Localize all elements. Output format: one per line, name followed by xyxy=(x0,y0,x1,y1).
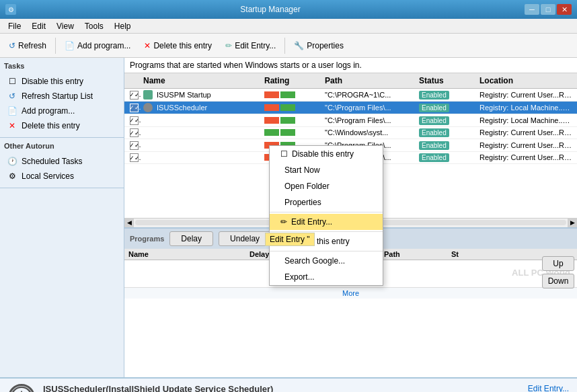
more-label[interactable]: More xyxy=(342,289,359,297)
other-autorun-section: Other Autorun 🕐 Scheduled Tasks ⚙ Local … xyxy=(0,138,124,188)
row6-check[interactable]: ✓ xyxy=(127,153,141,163)
row3-name xyxy=(141,120,262,121)
row2-name: ISUSScheduler xyxy=(141,102,262,113)
delete-icon: ✕ xyxy=(144,41,151,50)
row1-rating xyxy=(262,91,322,99)
ctx-disable[interactable]: ☐ Disable this entry xyxy=(270,146,383,162)
row3-rating xyxy=(262,116,322,124)
ctx-edit-entry[interactable]: ✏ Edit Entry... xyxy=(270,214,383,230)
down-button[interactable]: Down xyxy=(542,274,574,288)
side-buttons: Up Down xyxy=(542,256,574,288)
row5-check[interactable]: ✓ xyxy=(127,140,141,151)
row4-rating xyxy=(262,128,322,136)
row1-check[interactable]: ✓ xyxy=(127,89,141,100)
ctx-sep-1 xyxy=(270,212,383,212)
maximize-button[interactable]: □ xyxy=(541,4,555,15)
main-layout: Tasks ☐ Disable this entry ↺ Refresh Sta… xyxy=(0,58,577,377)
toolbar-separator-2 xyxy=(284,38,285,54)
minimize-button[interactable]: ─ xyxy=(525,4,539,15)
row4-check[interactable]: ✓ xyxy=(127,128,141,139)
close-button[interactable]: ✕ xyxy=(557,4,572,15)
edit-entry-button[interactable]: ✏ Edit Entry... xyxy=(219,38,282,54)
table-row[interactable]: ✓ ISUSScheduler "C:\Program Files\... En… xyxy=(124,102,577,114)
add-label: Add program... xyxy=(77,41,130,50)
menu-help[interactable]: Help xyxy=(109,20,137,32)
scroll-left-btn[interactable]: ◀ xyxy=(124,218,134,227)
menu-tools[interactable]: Tools xyxy=(79,20,109,32)
row6-name xyxy=(141,157,262,158)
edit-label: Edit Entry... xyxy=(235,41,276,50)
row6-status: Enabled xyxy=(416,153,477,162)
row3-status: Enabled xyxy=(416,116,477,125)
row2-check[interactable]: ✓ xyxy=(127,102,141,113)
table-row[interactable]: ✓ ISUSPM Startup "C:\PROGRA~1\C... Enabl… xyxy=(124,89,577,102)
more-row[interactable]: More xyxy=(124,287,577,299)
disable-label: Disable this entry xyxy=(22,77,83,86)
undelay-button[interactable]: Undelay xyxy=(219,231,271,246)
delay-button[interactable]: Delay xyxy=(169,231,213,246)
edit-entry-link[interactable]: Edit Entry... xyxy=(528,384,569,392)
col-name: Name xyxy=(141,75,262,87)
scheduled-tasks-btn[interactable]: 🕐 Scheduled Tasks xyxy=(4,154,120,169)
ctx-properties[interactable]: Properties xyxy=(270,194,383,210)
delete-left-btn[interactable]: ✕ Delete this entry xyxy=(4,118,120,133)
refresh-label: Refresh xyxy=(18,41,46,50)
edit-icon: ✏ xyxy=(225,41,232,50)
other-title: Other Autorun xyxy=(4,142,120,150)
table-row[interactable]: ✓ "C:\Program Files\... Enabled Registry… xyxy=(124,114,577,127)
refresh-startup-btn[interactable]: ↺ Refresh Startup List xyxy=(4,89,120,104)
window-controls: ─ □ ✕ xyxy=(525,4,572,15)
info-content: ISUSScheduler(InstallShield Update Servi… xyxy=(43,384,520,392)
add-program-left-btn[interactable]: 📄 Add program... xyxy=(4,104,120,118)
local-services-label: Local Services xyxy=(22,171,74,181)
delete-left-icon: ✕ xyxy=(7,120,17,131)
col-check xyxy=(127,75,141,87)
properties-button[interactable]: 🔧 Properties xyxy=(288,38,350,54)
up-button[interactable]: Up xyxy=(542,256,574,271)
add-left-icon: 📄 xyxy=(7,106,17,116)
properties-icon: 🔧 xyxy=(294,41,304,50)
refresh-icon: ↺ xyxy=(9,41,15,50)
disable-entry-btn[interactable]: ☐ Disable this entry xyxy=(4,74,120,89)
app-icon: ⚙ xyxy=(5,4,16,15)
context-menu: ☐ Disable this entry Start Now Open Fold… xyxy=(269,145,383,286)
disable-icon: ☐ xyxy=(7,76,17,87)
ctx-open-folder[interactable]: Open Folder xyxy=(270,178,383,194)
menu-view[interactable]: View xyxy=(51,20,79,32)
clock-icon xyxy=(8,384,35,392)
scroll-right-btn[interactable]: ▶ xyxy=(568,218,577,227)
info-title: ISUSScheduler(InstallShield Update Servi… xyxy=(43,384,520,392)
col-path: Path xyxy=(322,75,416,87)
table-header: Name Rating Path Status Location xyxy=(124,73,577,89)
col-status: Status xyxy=(416,75,477,87)
menu-edit[interactable]: Edit xyxy=(26,20,51,32)
btm-col-path: Path xyxy=(380,249,447,260)
delete-label: Delete this entry xyxy=(153,41,212,50)
description-bar: Programs that are started when Windows s… xyxy=(124,58,577,73)
add-program-button[interactable]: 📄 Add program... xyxy=(59,38,137,54)
ctx-start-now[interactable]: Start Now xyxy=(270,162,383,178)
row3-location: Registry: Local Machine...Run xyxy=(477,116,574,125)
ctx-export-label: Export... xyxy=(284,272,315,282)
scheduled-tasks-icon: 🕐 xyxy=(7,156,17,167)
ctx-edit-label: Edit Entry... xyxy=(291,217,332,227)
ctx-sep-2 xyxy=(270,231,383,232)
row3-path: "C:\Program Files\... xyxy=(322,116,416,125)
local-services-btn[interactable]: ⚙ Local Services xyxy=(4,169,120,184)
delete-entry-button[interactable]: ✕ Delete this entry xyxy=(138,38,218,54)
table-row[interactable]: ✓ "C:\Windows\syst... Enabled Registry: … xyxy=(124,127,577,140)
ctx-google[interactable]: Search Google... xyxy=(270,253,383,269)
tasks-title: Tasks xyxy=(4,62,120,70)
col-rating: Rating xyxy=(262,75,322,87)
refresh-button[interactable]: ↺ Refresh xyxy=(3,38,52,54)
edit-entry-tooltip: Edit Entry " xyxy=(265,233,315,246)
row3-check[interactable]: ✓ xyxy=(127,115,141,126)
row6-location: Registry: Current User...Run xyxy=(477,153,574,162)
menu-file[interactable]: File xyxy=(3,20,26,32)
row5-status: Enabled xyxy=(416,141,477,150)
ctx-export[interactable]: Export... xyxy=(270,269,383,285)
ctx-sep-3 xyxy=(270,251,383,251)
title-bar: ⚙ Startup Manager ─ □ ✕ xyxy=(0,0,577,19)
ctx-edit-icon: ✏ xyxy=(280,217,287,227)
window-title: Startup Manager xyxy=(16,5,525,14)
